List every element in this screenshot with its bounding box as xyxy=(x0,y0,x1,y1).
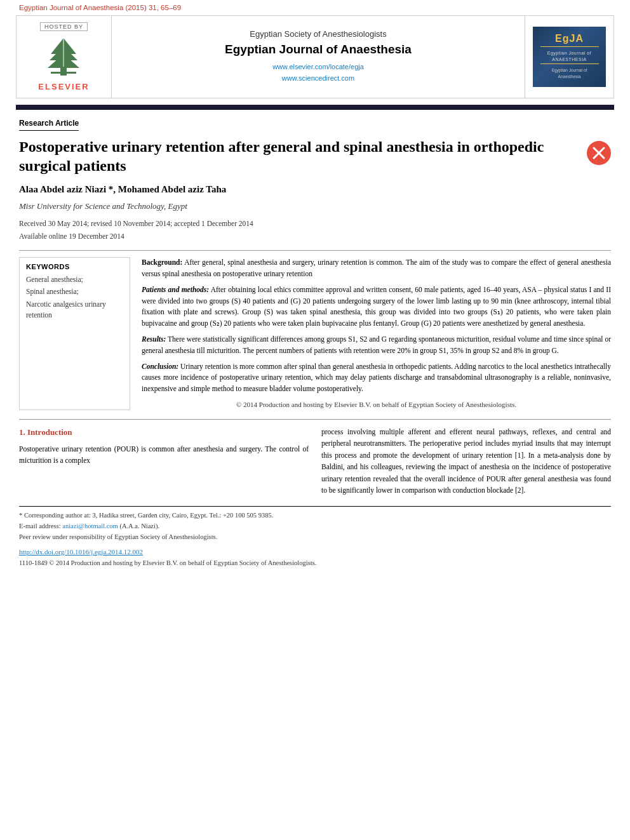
svg-rect-1 xyxy=(51,72,76,74)
journal-title-header: Egyptian Journal of Anaesthesia xyxy=(225,43,412,57)
elsevier-logo: ELSEVIER xyxy=(38,35,89,91)
crossmark-badge[interactable] xyxy=(587,141,611,165)
abstract-background: Background: After general, spinal anesth… xyxy=(142,257,611,280)
url2[interactable]: www.sciencedirect.com xyxy=(272,73,364,84)
keyword-2: Spinal anesthesia; xyxy=(26,286,123,297)
article-title-text: Postoperative urinary retention after ge… xyxy=(19,137,587,175)
journal-header: HOSTED BY ELSEVIER Egyptian Society of A… xyxy=(16,15,614,98)
elsevier-tree-icon xyxy=(38,35,89,79)
society-name: Egyptian Society of Anesthesiologists xyxy=(250,29,386,39)
authors: Alaa Abdel aziz Niazi *, Mohamed Abdel a… xyxy=(19,184,611,195)
keyword-3: Narcotic analgesics urinary retention xyxy=(26,299,123,321)
abstract-patients: Patients and methods: After obtaining lo… xyxy=(142,284,611,330)
abstract-keywords-row: KEYWORDS General anesthesia; Spinal anes… xyxy=(19,257,611,410)
abstract-background-label: Background: xyxy=(142,258,182,266)
cover-divider2 xyxy=(540,63,599,64)
email-suffix: (A.A.a. Niazi). xyxy=(118,523,159,530)
email-link[interactable]: aniazi@hotmail.com xyxy=(62,523,118,530)
keywords-box: KEYWORDS General anesthesia; Spinal anes… xyxy=(19,257,130,410)
cover-egja-text: EgJA xyxy=(555,33,584,44)
hosted-by-label: HOSTED BY xyxy=(40,22,88,31)
cover-subtitle: Egyptian Journal of xyxy=(547,51,591,55)
abstract-copyright: © 2014 Production and hosting by Elsevie… xyxy=(142,399,611,410)
svg-rect-0 xyxy=(60,67,67,76)
elsevier-wordmark: ELSEVIER xyxy=(38,82,89,91)
footnotes-section: * Corresponding author at: 3, Hadika str… xyxy=(19,506,611,542)
main-content: Research Article Postoperative urinary r… xyxy=(0,110,630,575)
abstract-conclusion-label: Conclusion: xyxy=(142,363,178,370)
journal-cover-section: EgJA Egyptian Journal of ANAESTHESIA Egy… xyxy=(525,16,613,98)
peer-review: Peer review under responsibility of Egyp… xyxy=(19,532,611,543)
introduction-section: 1. Introduction Postoperative urinary re… xyxy=(19,426,611,500)
article-type-label: Research Article xyxy=(19,116,79,131)
journal-urls: www.elsevier.com/locate/egja www.science… xyxy=(272,62,364,84)
separator-below-abstract xyxy=(19,419,611,420)
abstract-patients-text: After obtaining local ethics committee a… xyxy=(142,286,611,327)
article-title-section: Postoperative urinary retention after ge… xyxy=(19,137,611,175)
introduction-heading: 1. Introduction xyxy=(19,426,309,439)
separator-above-abstract xyxy=(19,250,611,251)
issn-bar: 1110-1849 © 2014 Production and hosting … xyxy=(19,557,611,569)
corresponding-author: * Corresponding author at: 3, Hadika str… xyxy=(19,510,611,521)
doi-link[interactable]: http://dx.doi.org/10.1016/j.egja.2014.12… xyxy=(19,548,143,556)
abstract-background-text: After general, spinal anesthesia and sur… xyxy=(142,258,611,277)
dark-divider-bar xyxy=(16,105,614,110)
crossmark-icon xyxy=(591,145,607,161)
abstract-box: Background: After general, spinal anesth… xyxy=(142,257,611,410)
journal-info-center: Egyptian Society of Anesthesiologists Eg… xyxy=(112,16,525,98)
keywords-title: KEYWORDS xyxy=(26,263,123,270)
abstract-results: Results: There were statistically signif… xyxy=(142,334,611,357)
affiliation: Misr University for Science and Technolo… xyxy=(19,201,611,211)
available-date: Available online 19 December 2014 xyxy=(19,230,611,243)
cover-divider xyxy=(540,46,599,47)
email-label: E-mail address: xyxy=(19,523,62,530)
abstract-conclusion-text: Urinary retention is more common after s… xyxy=(142,363,611,393)
cover-body: ANAESTHESIA xyxy=(552,57,587,62)
doi-section: http://dx.doi.org/10.1016/j.egja.2014.12… xyxy=(19,547,611,557)
received-date: Received 30 May 2014; revised 10 Novembe… xyxy=(19,218,611,230)
dates-section: Received 30 May 2014; revised 10 Novembe… xyxy=(19,218,611,243)
cover-small-text: Egyptian Journal ofAnaesthesia xyxy=(549,66,590,80)
keyword-1: General anesthesia; xyxy=(26,274,123,285)
abstract-results-label: Results: xyxy=(142,335,166,343)
email-line: E-mail address: aniazi@hotmail.com (A.A.… xyxy=(19,521,611,532)
introduction-right-col: process involving multiple afferent and … xyxy=(321,426,611,500)
abstract-patients-label: Patients and methods: xyxy=(142,286,209,293)
introduction-left-col: 1. Introduction Postoperative urinary re… xyxy=(19,426,309,500)
introduction-para1: Postoperative urinary retention (POUR) i… xyxy=(19,443,309,467)
elsevier-logo-section: HOSTED BY ELSEVIER xyxy=(17,16,112,98)
introduction-para2: process involving multiple afferent and … xyxy=(321,426,611,496)
url1[interactable]: www.elsevier.com/locate/egja xyxy=(272,62,364,73)
journal-citation: Egyptian Journal of Anaesthesia (2015) 3… xyxy=(0,0,630,15)
abstract-results-text: There were statistically significant dif… xyxy=(142,335,611,354)
journal-cover-image: EgJA Egyptian Journal of ANAESTHESIA Egy… xyxy=(533,27,606,87)
abstract-conclusion: Conclusion: Urinary retention is more co… xyxy=(142,361,611,395)
